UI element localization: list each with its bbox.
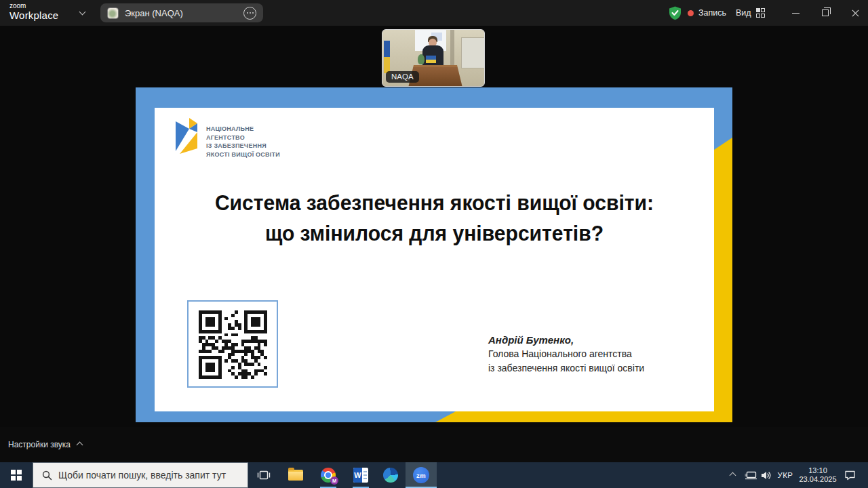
chevron-down-icon[interactable] bbox=[79, 9, 86, 16]
zoom-meeting-window: zoom Workplace Экран (NAQA) Запись Вид bbox=[0, 0, 868, 488]
view-button[interactable]: Вид bbox=[736, 0, 765, 26]
view-grid-icon bbox=[756, 8, 766, 18]
author-role-line1: Голова Національного агентства bbox=[488, 347, 644, 361]
search-icon bbox=[42, 470, 52, 481]
slide-author-block: Андрій Бутенко, Голова Національного аге… bbox=[488, 333, 644, 375]
language-indicator[interactable]: УКР bbox=[774, 462, 796, 488]
brand-zoom: zoom bbox=[9, 2, 58, 9]
word-taskbar-icon[interactable]: W bbox=[345, 462, 376, 488]
qr-code-box bbox=[187, 300, 278, 388]
logo-line: АГЕНТСТВО bbox=[206, 134, 280, 142]
windows-logo-icon bbox=[11, 470, 22, 481]
speaker-video-thumbnail[interactable]: NAQA bbox=[382, 29, 485, 87]
close-icon bbox=[851, 9, 860, 18]
slide-title: Система забезпечення якості вищої освіти… bbox=[163, 188, 705, 249]
author-name: Андрій Бутенко, bbox=[488, 333, 644, 347]
windows-taskbar: M W zm bbox=[0, 462, 868, 488]
slide-title-line1: Система забезпечення якості вищої освіти… bbox=[163, 188, 705, 218]
clock-time: 13:10 bbox=[808, 466, 827, 475]
tray-chevron-up-icon bbox=[729, 472, 736, 479]
clock-date: 23.04.2025 bbox=[799, 475, 836, 484]
shared-screen-tab[interactable]: Экран (NAQA) bbox=[100, 3, 263, 22]
start-button[interactable] bbox=[0, 462, 33, 488]
word-icon: W bbox=[353, 468, 368, 483]
shared-presentation-slide: НАЦІОНАЛЬНЕ АГЕНТСТВО ІЗ ЗАБЕЗПЕЧЕННЯ ЯК… bbox=[136, 87, 732, 422]
author-role-line2: із забезпечення якості вищої освіти bbox=[488, 361, 644, 375]
search-input[interactable] bbox=[58, 470, 235, 481]
logo-line: ЯКОСТІ ВИЩОЇ ОСВІТИ bbox=[206, 150, 280, 159]
chrome-icon: M bbox=[321, 468, 336, 483]
zoom-meeting-toolbar: Настройки звука Чат Поднять руку bbox=[0, 427, 868, 462]
recording-label: Запись bbox=[698, 8, 726, 18]
recording-indicator[interactable]: Запись bbox=[688, 0, 726, 26]
minimize-icon bbox=[792, 13, 800, 14]
security-shield-icon[interactable] bbox=[669, 6, 682, 23]
ukraine-flag-decoration bbox=[384, 41, 390, 73]
chrome-taskbar-icon[interactable]: M bbox=[313, 462, 344, 488]
slide-title-line2: що змінилося для університетів? bbox=[163, 218, 705, 249]
tray-power-display-icon[interactable] bbox=[742, 462, 758, 488]
zoom-titlebar: zoom Workplace Экран (NAQA) Запись Вид bbox=[0, 0, 868, 26]
chevron-up-icon[interactable] bbox=[77, 441, 83, 448]
qr-code bbox=[199, 310, 267, 379]
whiteboard bbox=[461, 37, 485, 68]
action-center-button[interactable] bbox=[840, 462, 860, 488]
brand-workplace: Workplace bbox=[9, 9, 58, 21]
taskbar-search[interactable] bbox=[33, 462, 248, 488]
task-view-icon bbox=[257, 468, 271, 482]
zoom-workplace-logo: zoom Workplace bbox=[9, 2, 58, 21]
tab-options-ellipsis-icon[interactable] bbox=[243, 7, 256, 20]
chrome-profile-badge: M bbox=[330, 476, 338, 485]
audio-settings-label: Настройки звука bbox=[8, 440, 71, 449]
logo-line: НАЦІОНАЛЬНЕ bbox=[206, 125, 280, 134]
tray-hidden-icons-button[interactable] bbox=[724, 462, 741, 488]
file-explorer-taskbar-icon[interactable] bbox=[280, 462, 311, 488]
word-letter: W bbox=[353, 468, 362, 483]
plant-decoration bbox=[418, 54, 425, 64]
close-button[interactable] bbox=[844, 0, 867, 26]
restore-button[interactable] bbox=[814, 0, 837, 26]
folder-icon bbox=[288, 470, 303, 481]
recording-dot-icon bbox=[688, 10, 694, 16]
shared-screen-tab-label: Экран (NAQA) bbox=[125, 8, 183, 18]
restore-icon bbox=[822, 9, 829, 16]
view-label: Вид bbox=[736, 8, 751, 18]
task-view-button[interactable] bbox=[248, 462, 279, 488]
action-center-icon bbox=[844, 470, 856, 481]
screen-share-thumbnail-icon bbox=[107, 7, 119, 19]
logo-line: ІЗ ЗАБЕЗПЕЧЕННЯ bbox=[206, 142, 280, 150]
podium-flag bbox=[426, 56, 436, 63]
taskbar-clock[interactable]: 13:10 23.04.2025 bbox=[797, 462, 838, 488]
zoom-app-icon: zm bbox=[413, 467, 429, 483]
naqa-logo-icon bbox=[171, 116, 202, 159]
minimize-button[interactable] bbox=[784, 0, 807, 26]
edge-icon bbox=[383, 468, 398, 483]
participant-name-badge: NAQA bbox=[386, 71, 419, 83]
edge-taskbar-icon[interactable] bbox=[375, 462, 406, 488]
zoom-taskbar-icon[interactable]: zm bbox=[406, 462, 437, 488]
naqa-logo-text: НАЦІОНАЛЬНЕ АГЕНТСТВО ІЗ ЗАБЕЗПЕЧЕННЯ ЯК… bbox=[206, 125, 280, 159]
audio-settings-button[interactable]: Настройки звука bbox=[8, 427, 82, 462]
tray-volume-icon[interactable] bbox=[758, 462, 774, 488]
